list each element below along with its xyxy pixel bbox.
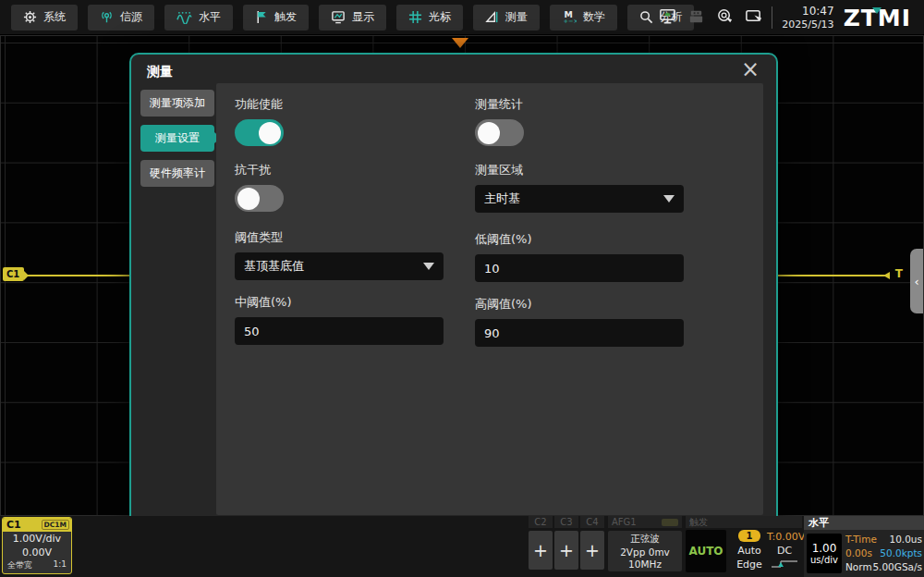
source-icon [100, 10, 114, 24]
threshold-type-label: 阈值类型 [235, 229, 444, 244]
anti-interference-toggle[interactable] [235, 185, 284, 212]
cursor-button[interactable]: 光标 [396, 5, 463, 31]
timebase-value: 1.00 [807, 542, 842, 555]
trigger-level-arrow [883, 272, 890, 279]
sample-rate: 5.00GSa/s [872, 560, 922, 574]
afg-frequency: 10MHz [608, 559, 682, 570]
source-button[interactable]: 信源 [88, 5, 154, 31]
add-channel3-button[interactable]: + [554, 531, 578, 570]
toolbar-right: 10:47 2025/5/13 ZTMI [659, 0, 924, 35]
measure-region-label: 测量区域 [475, 162, 684, 177]
chevron-down-icon [423, 263, 434, 270]
measure-button[interactable]: 测量 [473, 5, 540, 31]
channel1-ground-marker[interactable]: C1 [3, 267, 24, 281]
toggle-knob [478, 122, 500, 144]
settings-right-column: 测量统计 测量区域 主时基 低阈值(%) 高阈值(%) [475, 83, 684, 347]
display-button[interactable]: 显示 [319, 5, 386, 31]
trigger-type: Edge [732, 558, 767, 571]
low-threshold-input[interactable] [475, 254, 684, 282]
horizontal-wave-icon [176, 10, 192, 24]
afg-status-badge [662, 519, 678, 526]
toolbar-button-label: 触发 [274, 9, 297, 25]
toolbar-button-label: 测量 [505, 9, 528, 25]
threshold-type-dropdown[interactable]: 基顶基底值 [235, 252, 444, 280]
chevron-left-icon: ‹ [914, 275, 918, 288]
dialog-content: 功能使能 抗干扰 阈值类型 基顶基底值 中阈值(%) 测量统计 测量区域 主时基 [216, 83, 763, 515]
network-monitor-icon[interactable] [659, 7, 676, 29]
brand-logo: ZTMI [844, 5, 915, 31]
trigger-column-level: T:0.00V DC [767, 530, 802, 571]
t-time-label: T-Time [845, 533, 877, 546]
channel1-box[interactable]: C1 DC1M 1.00V/div 0.00V 全带宽 1:1 [2, 517, 72, 574]
toggle-knob [259, 122, 281, 144]
trigger-mode-badge: AUTO [686, 530, 726, 572]
gesture-icon[interactable] [745, 7, 762, 29]
system-button[interactable]: 系统 [11, 5, 78, 31]
clock: 10:47 2025/5/13 [782, 5, 833, 31]
channel1-name: C1 [6, 519, 21, 531]
channel1-vdiv: 1.00V/div [3, 532, 71, 546]
trigger-source-badge: 1 [738, 530, 760, 542]
trigger-status-box[interactable]: AUTO 1 Auto Edge T:0.00V DC [686, 530, 802, 572]
add-channel2-button[interactable]: + [529, 531, 553, 570]
horizontal-header: 水平 [804, 516, 924, 530]
toolbar-button-label: 系统 [43, 9, 66, 25]
anti-interference-label: 抗干扰 [235, 162, 444, 177]
date-text: 2025/5/13 [782, 18, 833, 31]
measure-region-dropdown[interactable]: 主时基 [475, 185, 684, 213]
time-text: 10:47 [782, 5, 833, 18]
trigger-column-source: 1 Auto Edge [732, 530, 767, 571]
statistics-toggle[interactable] [475, 119, 524, 146]
toolbar-button-label: 水平 [199, 9, 221, 25]
channel1-bandwidth: 全带宽 [7, 559, 32, 571]
sidebar-item-add-measurement[interactable]: 测量项添加 [140, 90, 214, 117]
trigger-position-marker[interactable] [452, 38, 468, 48]
touch-icon[interactable] [716, 7, 734, 29]
gear-icon [23, 10, 37, 24]
toolbar-buttons: 系统 信源 水平 触发 显示 光标 [11, 5, 694, 31]
horizontal-panel[interactable]: 水平 1.00 us/div T-Time 10.0us 0.00s 50.0k… [804, 516, 924, 577]
t-time-value: 10.0us [889, 533, 922, 546]
high-threshold-label: 高阈值(%) [475, 296, 684, 311]
trigger-button[interactable]: 触发 [243, 5, 309, 31]
acquisition-mode: Norm [845, 560, 872, 574]
horizontal-button[interactable]: 水平 [164, 5, 233, 31]
mid-threshold-label: 中阈值(%) [235, 294, 444, 309]
low-threshold-label: 低阈值(%) [475, 231, 684, 246]
high-threshold-input[interactable] [475, 319, 684, 347]
afg-tab[interactable]: AFG1 [608, 516, 682, 528]
trigger-level-value: T:0.00V [767, 530, 802, 544]
horizontal-rows: T-Time 10.0us 0.00s 50.0kpts Norm 5.00GS… [845, 533, 922, 574]
channel3-tab[interactable]: C3 [554, 516, 578, 528]
timebase-unit: us/div [807, 555, 842, 565]
afg-tab-label: AFG1 [612, 516, 637, 528]
cursor-grid-icon [408, 10, 422, 24]
rising-edge-icon [767, 558, 802, 571]
measure-dialog: 测量 × 测量项添加 测量设置 硬件频率计 功能使能 抗干扰 阈值类型 基顶基底… [129, 53, 778, 528]
logo-accent-triangle [872, 7, 881, 14]
dialog-sidebar: 测量项添加 测量设置 硬件频率计 [140, 90, 214, 187]
add-channel4-button[interactable]: + [580, 531, 604, 570]
math-button[interactable]: M+−× 数学 [550, 5, 617, 31]
toolbar-button-label: 显示 [352, 9, 374, 25]
function-enable-toggle[interactable] [235, 119, 284, 146]
toolbar-button-label: 数学 [583, 9, 605, 25]
svg-text:+−×: +−× [563, 18, 577, 24]
mid-threshold-input[interactable] [235, 317, 444, 345]
oscilloscope-screen: 系统 信源 水平 触发 显示 光标 [0, 0, 924, 577]
math-icon: M+−× [562, 10, 577, 24]
side-panel-handle[interactable]: ‹ [910, 249, 923, 313]
measure-triangle-icon [485, 10, 499, 24]
usb-icon[interactable] [687, 7, 705, 29]
sidebar-item-hardware-counter[interactable]: 硬件频率计 [140, 160, 214, 187]
channel2-tab[interactable]: C2 [529, 516, 553, 528]
afg-signal-box[interactable]: 正弦波 2Vpp 0mv 10MHz [608, 531, 682, 571]
toolbar-button-label: 信源 [120, 9, 142, 25]
trigger-flag-icon [255, 10, 268, 24]
sidebar-item-measure-settings[interactable]: 测量设置 [140, 125, 214, 152]
close-icon[interactable]: × [737, 56, 763, 82]
dialog-title: 测量 [147, 64, 173, 80]
trigger-level-marker[interactable]: T [895, 267, 903, 280]
trigger-tab[interactable]: 触发 [686, 516, 802, 528]
channel4-tab[interactable]: C4 [580, 516, 604, 528]
